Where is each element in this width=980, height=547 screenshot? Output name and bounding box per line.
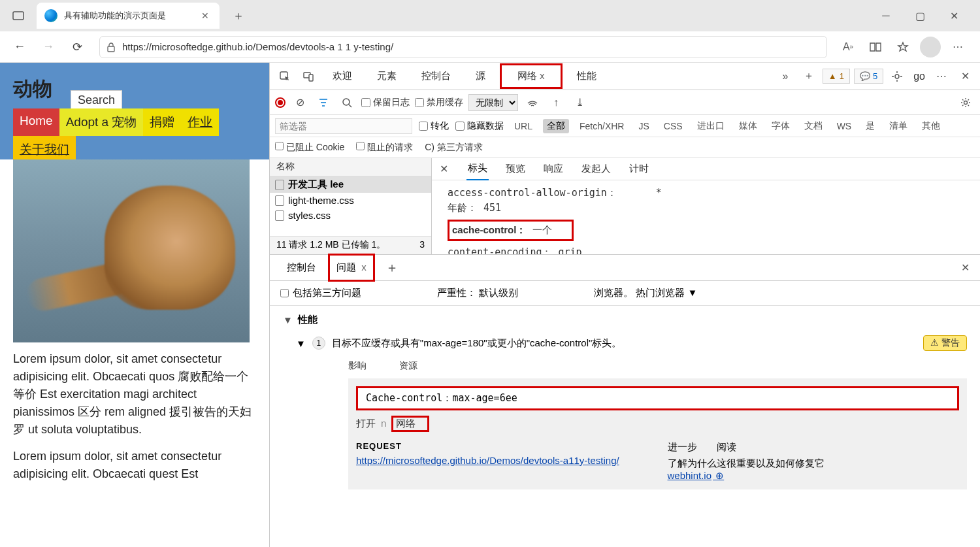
device-toggle-icon[interactable] xyxy=(299,67,318,86)
issue-header[interactable]: ▼ 1 目标不应缓存或具有"max-age=180"或更小的"cache-con… xyxy=(296,335,967,351)
webhint-link[interactable]: webhint.io ⊕ xyxy=(668,470,725,481)
blocked-cookies-checkbox[interactable]: 已阻止 Cookie xyxy=(275,142,344,154)
add-tab-icon[interactable]: ＋ xyxy=(799,67,819,86)
warnings-badge[interactable]: ▲ 1 xyxy=(823,69,850,84)
detail-tab-headers[interactable]: 标头 xyxy=(466,157,489,180)
clear-icon[interactable]: ⊘ xyxy=(291,93,309,112)
browser-label[interactable]: 浏览器。 热门浏览器 ▼ xyxy=(594,287,697,299)
drawer-tab-issues[interactable]: 问题 x xyxy=(328,254,375,282)
issues-badge[interactable]: 💬 5 xyxy=(854,69,883,84)
filter-all[interactable]: 全部 xyxy=(543,119,569,133)
request-url-link[interactable]: https://microsoftedge.github.io/Demos/de… xyxy=(356,455,619,466)
immersive-reader-icon[interactable] xyxy=(865,37,886,58)
network-conditions-icon[interactable] xyxy=(523,93,542,112)
page-para1: Lorem ipsum dolor, sit amet consectetur … xyxy=(13,350,256,439)
drawer-add-icon[interactable]: ＋ xyxy=(380,259,404,276)
filter-doc[interactable]: 文档 xyxy=(800,119,826,133)
detail-tab-initiator[interactable]: 发起人 xyxy=(580,158,612,180)
invert-checkbox[interactable]: 转化 xyxy=(419,120,449,132)
record-button[interactable] xyxy=(275,97,286,108)
filter-yes[interactable]: 是 xyxy=(862,119,879,133)
search-icon[interactable] xyxy=(338,93,356,112)
detail-close-icon[interactable]: ✕ xyxy=(437,163,451,175)
filter-font[interactable]: 字体 xyxy=(768,119,794,133)
read-aloud-icon[interactable]: A» xyxy=(838,37,858,58)
network-settings-icon[interactable] xyxy=(956,93,975,112)
detail-tab-response[interactable]: 响应 xyxy=(542,158,564,180)
browser-tab[interactable]: 具有辅助功能的演示页面是 ✕ xyxy=(37,3,220,29)
chevron-down-icon: ▼ xyxy=(296,338,306,349)
search-input[interactable]: Search xyxy=(71,90,122,110)
back-button[interactable]: ← xyxy=(8,35,31,59)
tab-performance[interactable]: 性能 xyxy=(566,63,607,89)
tabs-overview-icon[interactable] xyxy=(5,4,31,27)
filter-icon[interactable] xyxy=(314,93,333,112)
preserve-log-checkbox[interactable]: 保留日志 xyxy=(361,97,410,108)
nav-donate[interactable]: 捐赠 xyxy=(143,108,181,136)
filter-input[interactable] xyxy=(275,118,412,134)
tab-elements[interactable]: 元素 xyxy=(367,63,407,89)
new-tab-button[interactable]: ＋ xyxy=(225,8,252,24)
filter-ws[interactable]: WS xyxy=(833,120,856,133)
issue-further-col: 进一步 阅读 了解为什么这很重要以及如何修复它 webhint.io ⊕ xyxy=(668,441,960,482)
reload-button[interactable]: ⟳ xyxy=(65,35,89,59)
third-party-label: C) 第三方请求 xyxy=(425,142,483,154)
open-network-link[interactable]: 网络 xyxy=(391,416,429,432)
filter-css[interactable]: CSS xyxy=(660,120,687,133)
throttle-select[interactable]: 无限制 xyxy=(468,94,518,111)
nav-adopt[interactable]: Adopt a 宠物 xyxy=(59,108,144,136)
file-icon xyxy=(275,195,284,206)
issue-card: Cache-control：max-age=6ee 打开 n 网络 REQUES… xyxy=(348,378,967,489)
issues-toolbar: 包括第三方问题 严重性： 默认级别 浏览器。 热门浏览器 ▼ xyxy=(270,281,980,306)
profile-avatar[interactable] xyxy=(920,37,941,58)
filter-js[interactable]: JS xyxy=(634,120,653,133)
window-close-icon[interactable]: ✕ xyxy=(941,5,967,26)
tab-close-icon[interactable]: ✕ xyxy=(199,10,212,21)
download-icon[interactable]: ⤓ xyxy=(570,93,589,112)
filter-media[interactable]: 媒体 xyxy=(735,119,761,133)
url-box[interactable]: https://microsoftedge.github.io/Demos/de… xyxy=(99,36,827,58)
page-content: 动物 Search Home Adopt a 宠物 捐赠 作业 关于我们 Lor… xyxy=(0,63,269,547)
drawer-close-icon[interactable]: ✕ xyxy=(961,261,970,274)
filter-other[interactable]: 其他 xyxy=(918,119,944,133)
tab-console[interactable]: 控制台 xyxy=(411,63,461,89)
settings-icon[interactable] xyxy=(887,67,907,86)
window-minimize-icon[interactable]: ─ xyxy=(873,5,899,26)
list-header-name[interactable]: 名称 xyxy=(270,158,431,176)
page-hero-image xyxy=(13,159,250,342)
request-row[interactable]: styles.css xyxy=(270,208,431,223)
detail-tab-timing[interactable]: 计时 xyxy=(628,158,650,180)
more-tabs-icon[interactable]: » xyxy=(776,67,795,86)
header-row: content-encoding：grip xyxy=(448,246,964,254)
tab-welcome[interactable]: 欢迎 xyxy=(322,63,363,89)
detail-tab-preview[interactable]: 预览 xyxy=(504,158,527,180)
nav-home[interactable]: Home xyxy=(13,108,59,136)
include-third-party-checkbox[interactable]: 包括第三方问题 xyxy=(280,287,361,299)
close-icon[interactable]: x xyxy=(361,261,367,273)
inspect-icon[interactable] xyxy=(275,67,295,86)
network-filter-row2: 已阻止 Cookie 阻止的请求 C) 第三方请求 xyxy=(270,137,980,158)
nav-jobs[interactable]: 作业 xyxy=(181,108,219,136)
more-icon[interactable]: ⋯ xyxy=(947,37,968,58)
window-maximize-icon[interactable]: ▢ xyxy=(907,5,933,26)
filter-fetch[interactable]: Fetch/XHR xyxy=(576,120,628,133)
devtools-close-icon[interactable]: ✕ xyxy=(955,67,975,86)
close-icon[interactable]: x xyxy=(540,70,545,81)
tab-network[interactable]: 网络x xyxy=(500,63,563,89)
blocked-requests-checkbox[interactable]: 阻止的请求 xyxy=(356,142,413,154)
filter-manifest[interactable]: 清单 xyxy=(885,119,911,133)
request-row[interactable]: 开发工具 lee xyxy=(270,176,431,193)
issue-item: ▼ 1 目标不应缓存或具有"max-age=180"或更小的"cache-con… xyxy=(296,335,967,489)
filter-export[interactable]: 进出口 xyxy=(693,119,728,133)
disable-cache-checkbox[interactable]: 禁用缓存 xyxy=(415,97,463,108)
devtools: 欢迎 元素 控制台 源 网络x 性能 » ＋ ▲ 1 💬 5 go ⋯ ✕ ⊘ xyxy=(269,63,980,547)
issue-group-title[interactable]: ▼ 性能 xyxy=(283,314,967,326)
devtools-menu-icon[interactable]: ⋯ xyxy=(932,67,951,86)
filter-url[interactable]: URL xyxy=(510,120,536,133)
request-row[interactable]: light-theme.css xyxy=(270,193,431,208)
upload-icon[interactable]: ↑ xyxy=(547,93,565,112)
drawer-tab-console[interactable]: 控制台 xyxy=(280,256,323,280)
hide-data-checkbox[interactable]: 隐藏数据 xyxy=(455,120,504,132)
tab-sources[interactable]: 源 xyxy=(465,63,496,89)
favorite-icon[interactable] xyxy=(892,37,913,58)
